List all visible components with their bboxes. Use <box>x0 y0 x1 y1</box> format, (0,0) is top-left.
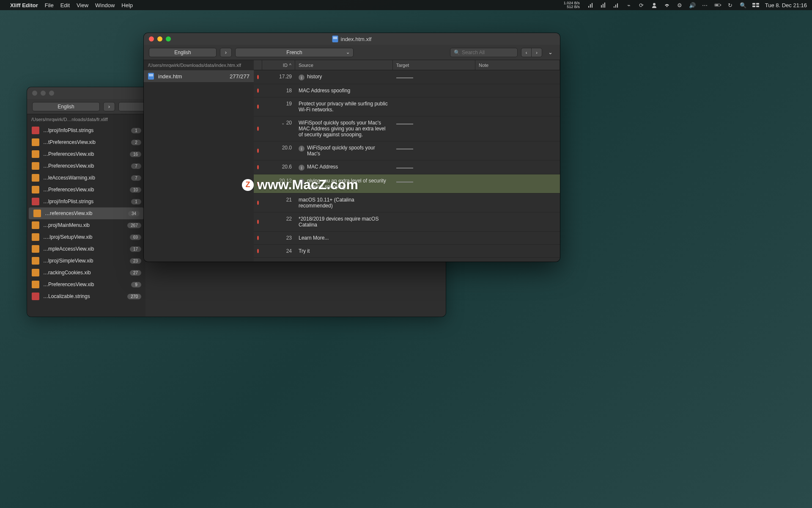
row-source[interactable]: Protect your privacy while surfing publi… <box>295 97 393 116</box>
table-row[interactable]: 20.0 iWiFiSpoof quickly spoofs your Mac'… <box>254 141 560 160</box>
target-language-select[interactable]: French <box>235 48 354 57</box>
xib-icon <box>31 280 40 289</box>
spotlight-icon[interactable]: 🔍 <box>740 2 746 8</box>
row-source[interactable]: Learn More... <box>295 232 393 244</box>
table-row[interactable]: 20.12 igiving you an extra level of secu… <box>254 174 560 193</box>
arrow-right-icon[interactable]: › <box>220 48 232 57</box>
row-source[interactable]: Try it <box>295 245 393 257</box>
file-list-item[interactable]: …PreferencesView.xib 7 <box>27 160 145 172</box>
user-icon[interactable] <box>651 2 658 8</box>
file-list-item[interactable]: …tPreferencesView.xib 2 <box>27 136 145 148</box>
table-row[interactable]: 20.6 iMAC Address <box>254 160 560 174</box>
close-button[interactable] <box>32 91 37 96</box>
close-button[interactable] <box>149 36 154 41</box>
wifi-icon[interactable] <box>664 2 670 8</box>
row-source[interactable]: iWiFiSpoof quickly spoofs your Mac's <box>295 141 393 160</box>
status-dot <box>257 88 259 93</box>
chevron-down-icon[interactable]: ⌄ <box>281 121 285 125</box>
file-list-item[interactable]: …lproj/SimpleView.xib 23 <box>27 255 145 267</box>
file-list-item[interactable]: …lproj/InfoPlist.strings 1 <box>27 124 145 136</box>
control-center-icon[interactable] <box>752 2 759 8</box>
row-target[interactable] <box>393 84 475 97</box>
minimize-button[interactable] <box>41 91 46 96</box>
row-source[interactable]: igiving you an extra level of security a… <box>295 174 393 193</box>
row-target[interactable] <box>393 193 475 212</box>
file-list-item[interactable]: …PreferencesView.xib 9 <box>27 279 145 290</box>
row-source[interactable]: macOS 10.11+ (Catalina recommended) <box>295 193 393 212</box>
time-machine-icon[interactable]: ↻ <box>727 2 734 8</box>
file-list-item[interactable]: …proj/MainMenu.xib 267 <box>27 219 145 231</box>
column-note[interactable]: Note <box>475 60 560 70</box>
nav-segmented[interactable]: ‹› <box>521 48 542 57</box>
column-target[interactable]: Target <box>393 60 475 70</box>
count-badge: 1 <box>131 199 141 204</box>
file-list-item[interactable]: …mpleAccessView.xib 17 <box>27 243 145 255</box>
table-row[interactable]: 18 MAC Address spoofing <box>254 84 560 97</box>
app-name[interactable]: Xliff Editor <box>10 2 38 8</box>
row-source[interactable]: iMAC Address <box>295 160 393 174</box>
row-source[interactable]: ihistory <box>295 70 393 84</box>
row-source[interactable]: MAC Address spoofing <box>295 84 393 97</box>
file-list-item[interactable]: …PreferencesView.xib 10 <box>27 184 145 196</box>
minimize-button[interactable] <box>157 36 162 41</box>
clock[interactable]: Tue 8. Dec 21:16 <box>765 2 807 8</box>
table-row[interactable]: 19 Protect your privacy while surfing pu… <box>254 97 560 116</box>
file-list-item[interactable]: …Localizable.strings 270 <box>27 290 145 302</box>
source-language-button[interactable]: English <box>32 102 100 111</box>
menu-window[interactable]: Window <box>95 2 115 8</box>
table-row[interactable]: ⌄20 WiFiSpoof quickly spoofs your Mac's … <box>254 116 560 141</box>
table-row[interactable]: 23 Learn More... <box>254 232 560 245</box>
menu-view[interactable]: View <box>77 2 88 8</box>
column-id[interactable]: ID^ <box>262 60 295 70</box>
count-badge: 10 <box>130 187 141 193</box>
battery-icon[interactable] <box>714 2 721 8</box>
table-row[interactable]: 22 *2018/2019 devices require macOS Cata… <box>254 213 560 232</box>
file-list-item[interactable]: …PreferencesView.xib 16 <box>27 148 145 160</box>
menu-help[interactable]: Help <box>121 2 133 8</box>
titlebar[interactable]: index.htm.xlf <box>144 33 560 45</box>
row-target[interactable] <box>393 232 475 244</box>
table-row[interactable]: 21 macOS 10.11+ (Catalina recommended) <box>254 193 560 213</box>
file-list-item[interactable]: …leAccessWarning.xib 7 <box>27 172 145 184</box>
row-target[interactable] <box>393 174 475 193</box>
file-list-sidebar: /Users/mrqwirk/D…nloads/data/fr.xliff …l… <box>27 114 145 317</box>
row-target[interactable] <box>393 116 475 141</box>
istat-icon-3[interactable] <box>613 2 620 8</box>
zoom-button[interactable] <box>166 36 171 41</box>
expand-icon[interactable]: ⌄ <box>546 48 555 57</box>
file-list-item[interactable]: …referencesView.xib 34 <box>29 207 144 219</box>
volume-icon[interactable]: 🔊 <box>689 2 696 8</box>
settings-gear-icon[interactable]: ⚙ <box>676 2 683 8</box>
file-list-item[interactable]: ….lproj/SetupView.xib 69 <box>27 231 145 243</box>
row-target[interactable] <box>393 141 475 160</box>
arrow-right-icon[interactable]: › <box>103 102 115 111</box>
file-list-item[interactable]: …lproj/InfoPlist.strings 1 <box>27 196 145 207</box>
source-language-button[interactable]: English <box>149 48 217 57</box>
row-target[interactable] <box>393 245 475 257</box>
istat-icon[interactable] <box>587 2 594 8</box>
prev-button[interactable]: ‹ <box>521 48 532 57</box>
row-source[interactable]: WiFiSpoof quickly spoofs your Mac's MAC … <box>295 116 393 141</box>
next-button[interactable]: › <box>532 48 542 57</box>
table-row[interactable]: 17.29 ihistory <box>254 70 560 84</box>
menu-file[interactable]: File <box>45 2 54 8</box>
istat-icon-2[interactable] <box>600 2 607 8</box>
search-input[interactable] <box>462 50 514 55</box>
menu-edit[interactable]: Edit <box>60 2 70 8</box>
zoom-button[interactable] <box>49 91 54 96</box>
search-field[interactable]: 🔍 <box>450 48 518 57</box>
table-row[interactable]: 24 Try it <box>254 245 560 258</box>
row-target[interactable] <box>393 70 475 84</box>
bluetooth-icon[interactable]: ⌁ <box>625 2 632 8</box>
column-source[interactable]: Source <box>295 60 393 70</box>
svg-rect-1 <box>590 4 591 8</box>
dots-icon[interactable]: ⋯ <box>702 2 708 8</box>
sync-icon[interactable]: ⟳ <box>638 2 645 8</box>
sidebar-file-item[interactable]: index.htm 277/277 <box>144 70 254 82</box>
row-target[interactable] <box>393 97 475 116</box>
row-target[interactable] <box>393 213 475 231</box>
target-empty-dash <box>396 149 413 149</box>
row-target[interactable] <box>393 160 475 174</box>
row-source[interactable]: *2018/2019 devices require macOS Catalin… <box>295 213 393 231</box>
file-list-item[interactable]: …rackingCookies.xib 27 <box>27 267 145 279</box>
